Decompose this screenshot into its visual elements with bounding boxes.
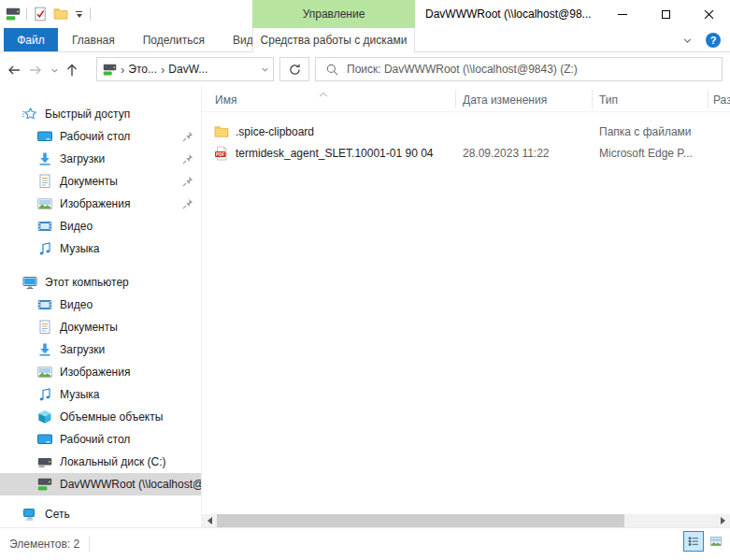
- search-box: [315, 57, 723, 81]
- customize-quick-access-button[interactable]: [74, 9, 84, 20]
- arrow-up-icon: [64, 63, 79, 78]
- chevron-down-icon: [77, 14, 82, 18]
- up-button[interactable]: [64, 62, 80, 79]
- breadcrumb-item-this-pc[interactable]: Это...: [128, 63, 157, 76]
- scroll-right-button[interactable]: [715, 514, 730, 527]
- file-name[interactable]: .spice-clipboard: [236, 125, 314, 138]
- expand-ribbon-chevron-icon[interactable]: [682, 36, 693, 46]
- horizontal-scrollbar[interactable]: [202, 514, 730, 527]
- help-button[interactable]: ?: [706, 33, 721, 48]
- breadcrumb-item-current-folder[interactable]: DavW...: [168, 63, 208, 76]
- window-controls: [601, 0, 730, 28]
- tab-file[interactable]: Файл: [4, 28, 58, 51]
- column-separator[interactable]: [455, 90, 456, 108]
- separator: [90, 7, 91, 21]
- title-bar: Управление DavWWWRoot (\\localhost@98...: [0, 0, 730, 28]
- pictures-icon: [37, 196, 52, 211]
- file-name[interactable]: termidesk_agent_SLET.10001-01 90 04: [236, 147, 433, 160]
- sidebar-item-pc-pictures[interactable]: Изображения: [0, 361, 201, 383]
- quick-access-toolbar: [6, 0, 91, 28]
- quick-access-star-icon: [22, 107, 37, 122]
- sidebar-item-documents[interactable]: Документы: [0, 170, 201, 193]
- separator: [26, 7, 27, 21]
- scroll-left-button[interactable]: [202, 514, 217, 527]
- file-row-termidesk-agent[interactable]: PDF termidesk_agent_SLET.10001-01 90 04 …: [202, 143, 730, 164]
- pin-icon: [182, 153, 193, 165]
- contextual-tab-group-header[interactable]: Управление: [252, 0, 415, 28]
- sidebar-item-pc-music[interactable]: Музыка: [0, 383, 201, 406]
- column-separator[interactable]: [708, 90, 709, 108]
- properties-button[interactable]: [33, 7, 48, 22]
- thumbnails-view-button[interactable]: [706, 531, 726, 552]
- pictures-icon: [37, 365, 52, 380]
- sidebar-item-pc-downloads[interactable]: Загрузки: [0, 338, 201, 361]
- search-input[interactable]: [347, 63, 716, 76]
- sidebar-item-videos[interactable]: Видео: [0, 215, 201, 237]
- thumbnails-view-icon: [709, 535, 723, 548]
- tab-drive-tools[interactable]: Средства работы с дисками: [252, 28, 415, 52]
- refresh-button[interactable]: [279, 57, 309, 81]
- back-button[interactable]: [6, 62, 22, 79]
- sidebar-item-pc-desktop[interactable]: Рабочий стол: [0, 428, 201, 451]
- column-header-type[interactable]: Тип: [599, 93, 618, 107]
- arrow-right-icon: [28, 63, 43, 78]
- sidebar-item-music[interactable]: Музыка: [0, 237, 201, 260]
- column-header-name[interactable]: Имя: [215, 93, 236, 107]
- address-dropdown-chevron-icon[interactable]: [261, 65, 269, 74]
- details-view-icon: [687, 535, 700, 548]
- pdf-icon: PDF: [214, 146, 229, 161]
- network-icon: [22, 507, 37, 522]
- sidebar-item-quick-access[interactable]: Быстрый доступ: [0, 103, 201, 125]
- column-header-date-modified[interactable]: Дата изменения: [463, 93, 547, 107]
- refresh-icon: [288, 63, 302, 77]
- sidebar-item-network[interactable]: Сеть: [0, 503, 201, 525]
- column-header-underline: [202, 111, 730, 112]
- sidebar-item-local-disk-c[interactable]: Локальный диск (C:): [0, 451, 201, 473]
- explorer-window: Управление DavWWWRoot (\\localhost@98...…: [0, 0, 730, 560]
- pin-icon: [182, 176, 193, 187]
- local-disk-icon: [37, 454, 52, 469]
- details-view-button[interactable]: [683, 531, 704, 552]
- close-icon: [704, 9, 714, 20]
- sidebar-item-pc-videos[interactable]: Видео: [0, 294, 201, 316]
- file-type: Microsoft Edge P...: [599, 147, 693, 160]
- sidebar-item-desktop[interactable]: Рабочий стол: [0, 125, 201, 148]
- sidebar-item-downloads[interactable]: Загрузки: [0, 148, 201, 170]
- separator: [89, 537, 90, 552]
- file-row-spice-clipboard[interactable]: .spice-clipboard Папка с файлами: [202, 122, 730, 142]
- sidebar-item-pictures[interactable]: Изображения: [0, 193, 201, 215]
- network-drive-icon: [103, 63, 117, 77]
- window-title: DavWWWRoot (\\localhost@98...: [425, 0, 592, 28]
- sort-ascending-icon[interactable]: [319, 87, 328, 93]
- close-button[interactable]: [687, 0, 730, 28]
- forward-button[interactable]: [27, 62, 44, 79]
- triangle-left-icon: [208, 517, 212, 524]
- file-list: Имя Дата изменения Тип Разм .spice-clipb…: [202, 86, 730, 527]
- ribbon-right-controls: ?: [682, 28, 721, 52]
- new-folder-button[interactable]: [53, 7, 68, 22]
- ribbon-tab-bar: Файл Главная Поделиться Вид Средства раб…: [0, 28, 730, 52]
- tab-share[interactable]: Поделиться: [129, 28, 219, 51]
- minimize-button[interactable]: [601, 0, 644, 28]
- svg-text:PDF: PDF: [216, 152, 224, 157]
- video-icon: [37, 297, 52, 312]
- download-icon: [37, 342, 52, 357]
- desktop-icon: [37, 129, 52, 144]
- sidebar-item-this-pc[interactable]: Этот компьютер: [0, 271, 201, 294]
- file-type: Папка с файлами: [599, 125, 692, 138]
- pin-icon: [182, 131, 193, 142]
- sidebar-item-3d-objects[interactable]: Объемные объекты: [0, 406, 201, 428]
- sidebar-item-pc-documents[interactable]: Документы: [0, 316, 201, 338]
- address-bar[interactable]: › Это... › DavW...: [96, 57, 274, 81]
- column-header-size[interactable]: Разм: [713, 93, 730, 107]
- status-bar: Элементов: 2: [0, 527, 730, 560]
- sidebar-item-davwwwroot[interactable]: DavWWWRoot (\\localhost@9: [0, 473, 201, 495]
- scrollbar-thumb[interactable]: [217, 514, 624, 527]
- column-separator[interactable]: [592, 90, 593, 108]
- recent-locations-button[interactable]: [46, 62, 63, 79]
- maximize-button[interactable]: [644, 0, 687, 28]
- file-date: 28.09.2023 11:22: [463, 147, 550, 160]
- tab-home[interactable]: Главная: [58, 28, 129, 51]
- navigation-pane: Быстрый доступ Рабочий стол Загрузки Док…: [0, 86, 202, 527]
- minimize-icon: [618, 14, 627, 15]
